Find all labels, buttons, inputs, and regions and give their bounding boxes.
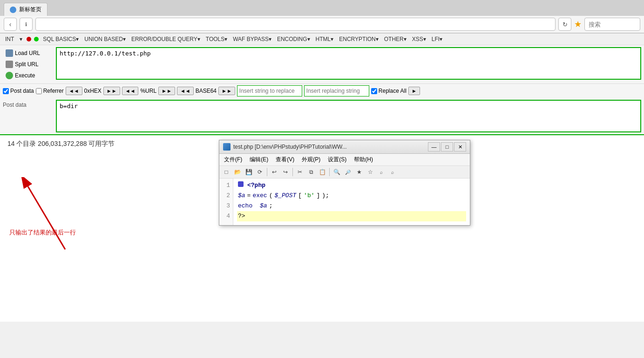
replace-all-check[interactable]: Replace All — [371, 88, 407, 94]
code-line-4: ?> — [237, 211, 466, 221]
address-bar[interactable]: 127.0.0.1/test.php — [35, 18, 556, 31]
copy-btn[interactable]: ⧉ — [306, 167, 316, 177]
browser-nav: ‹ ℹ 127.0.0.1/test.php ↻ ★ — [0, 16, 644, 33]
view-menu[interactable]: 查看(V) — [273, 155, 297, 165]
tab-label: 新标签页 — [19, 6, 41, 14]
html-menu[interactable]: HTML▾ — [313, 35, 336, 43]
load-url-button[interactable]: Load URL — [3, 48, 54, 58]
close-button[interactable]: ✕ — [454, 142, 466, 151]
format-menu[interactable]: 外观(P) — [299, 155, 323, 165]
xss-menu[interactable]: XSS▾ — [410, 35, 428, 43]
lfi-menu[interactable]: LFI▾ — [429, 35, 445, 43]
replace-all-checkbox[interactable] — [371, 88, 377, 94]
hackbar-sidebar: Load URL Split URL Execute — [3, 47, 54, 82]
waf-bypass-menu[interactable]: WAF BYPASS▾ — [230, 35, 274, 43]
post-data-checkbox[interactable] — [3, 88, 9, 94]
post-var: $_POST — [274, 191, 296, 201]
star-btn[interactable]: ★ — [354, 167, 364, 177]
other-menu[interactable]: OTHER▾ — [382, 35, 409, 43]
union-based-menu[interactable]: UNION BASED▾ — [82, 35, 128, 43]
var-a: $a — [238, 191, 245, 201]
execute-icon — [6, 72, 13, 79]
url-label: %URL — [140, 88, 156, 94]
echo-kw: echo — [238, 201, 252, 211]
browser-chrome: 新标签页 ‹ ℹ 127.0.0.1/test.php ↻ ★ — [0, 0, 644, 34]
new-btn[interactable]: □ — [221, 167, 231, 177]
notepad-window: test.php [D:\env\PHPstudy\PHPTutorial\WW… — [219, 140, 470, 226]
url-input[interactable]: http://127.0.0.1/test.php — [56, 47, 641, 80]
info-button[interactable]: ℹ — [20, 18, 33, 31]
help-menu[interactable]: 帮助(H) — [351, 155, 376, 165]
exec-func: exec — [252, 191, 267, 201]
cut-btn[interactable]: ✂ — [295, 167, 305, 177]
bracket: [ — [298, 191, 302, 201]
encryption-menu[interactable]: ENCRYPTION▾ — [337, 35, 380, 43]
settings-menu[interactable]: 设置(S) — [325, 155, 349, 165]
bookmark-star[interactable]: ★ — [574, 19, 582, 29]
encoding-menu[interactable]: ENCODING▾ — [275, 35, 312, 43]
base64-decode-button[interactable]: ◄◄ — [177, 87, 194, 95]
open-btn[interactable]: 📂 — [232, 167, 243, 177]
equals: = — [247, 191, 251, 201]
redo-btn[interactable]: ↪ — [280, 167, 291, 177]
arrow-svg — [14, 177, 79, 252]
load-url-icon — [6, 49, 13, 57]
minimize-button[interactable]: — — [428, 142, 440, 151]
line-num-3: 3 — [222, 201, 230, 211]
insert-replace-input[interactable] — [237, 85, 302, 96]
insert-replacing-input[interactable] — [304, 85, 369, 96]
var-a-echo: $a — [260, 201, 267, 211]
notepad-title-text: test.php [D:\env\PHPstudy\PHPTutorial\WW… — [233, 144, 347, 150]
referrer-check[interactable]: Referrer — [36, 88, 64, 94]
search-btn[interactable]: 🔍 — [332, 167, 342, 177]
referrer-checkbox[interactable] — [36, 88, 42, 94]
paste-btn[interactable]: 📋 — [317, 167, 327, 177]
undo-btn[interactable]: ↩ — [269, 167, 279, 177]
edit-menu[interactable]: 编辑(E) — [247, 155, 271, 165]
paren1: ( — [269, 191, 273, 201]
split-url-button[interactable]: Split URL — [3, 59, 54, 69]
toolbar-sep1 — [267, 168, 267, 176]
hex-decode-button[interactable]: ◄◄ — [66, 87, 82, 95]
url-decode-button[interactable]: ◄◄ — [122, 87, 139, 95]
str-b: 'b' — [304, 191, 314, 201]
save-btn[interactable]: 💾 — [244, 167, 254, 177]
php-close-tag: ?> — [238, 211, 245, 221]
url-encode-button[interactable]: ►► — [158, 87, 175, 95]
zoom-btn[interactable]: ⌕ — [376, 167, 386, 177]
notepad-body: 1 2 3 4 <?php $a=exec($_POST['b']); echo… — [219, 179, 470, 225]
reload-button[interactable]: ↻ — [558, 18, 571, 31]
annotation-label: 只输出了结果的最后一行 — [9, 229, 76, 236]
hex-encode-button[interactable]: ►► — [103, 87, 120, 95]
tools-menu[interactable]: TOOLS▾ — [203, 35, 230, 43]
post-label: Post data — [3, 100, 54, 108]
annotation-text: 只输出了结果的最后一行 — [9, 228, 76, 237]
sql-basics-menu[interactable]: SQL BASICS▾ — [41, 35, 81, 43]
zoom2-btn[interactable]: ⌕ — [387, 167, 398, 177]
find-btn[interactable]: 🔎 — [343, 167, 353, 177]
int-dropdown[interactable]: ▾ — [17, 35, 25, 43]
base64-encode-button[interactable]: ►► — [218, 87, 235, 95]
reload-file-btn[interactable]: ⟳ — [255, 167, 265, 177]
browser-tab[interactable]: 新标签页 — [4, 3, 47, 16]
search-input[interactable] — [584, 18, 640, 31]
apply-replace-button[interactable]: ► — [408, 87, 420, 95]
toolbar-sep3 — [329, 168, 330, 176]
maximize-button[interactable]: □ — [441, 142, 453, 151]
referrer-label: Referrer — [43, 88, 64, 94]
url-row: Load URL Split URL Execute http://127.0.… — [0, 45, 644, 83]
post-data-input[interactable]: b=dir — [56, 100, 641, 132]
post-data-row: Post data b=dir — [0, 98, 644, 134]
execute-button[interactable]: Execute — [3, 70, 54, 81]
code-line-3: echo $a; — [237, 201, 466, 211]
star2-btn[interactable]: ☆ — [365, 167, 375, 177]
int-menu[interactable]: INT — [3, 35, 16, 43]
close-paren: ); — [322, 191, 329, 201]
file-menu[interactable]: 文件(F) — [221, 155, 245, 165]
notepad-toolbar: □ 📂 💾 ⟳ ↩ ↪ ✂ ⧉ 📋 🔍 🔎 ★ ☆ ⌕ ⌕ — [219, 166, 470, 179]
hackbar-menu: INT ▾ SQL BASICS▾ UNION BASED▾ ERROR/DOU… — [0, 34, 644, 45]
error-double-menu[interactable]: ERROR/DOUBLE QUERY▾ — [129, 35, 203, 43]
code-marker-1 — [238, 181, 244, 187]
post-data-check[interactable]: Post data — [3, 88, 34, 94]
back-button[interactable]: ‹ — [4, 18, 17, 31]
